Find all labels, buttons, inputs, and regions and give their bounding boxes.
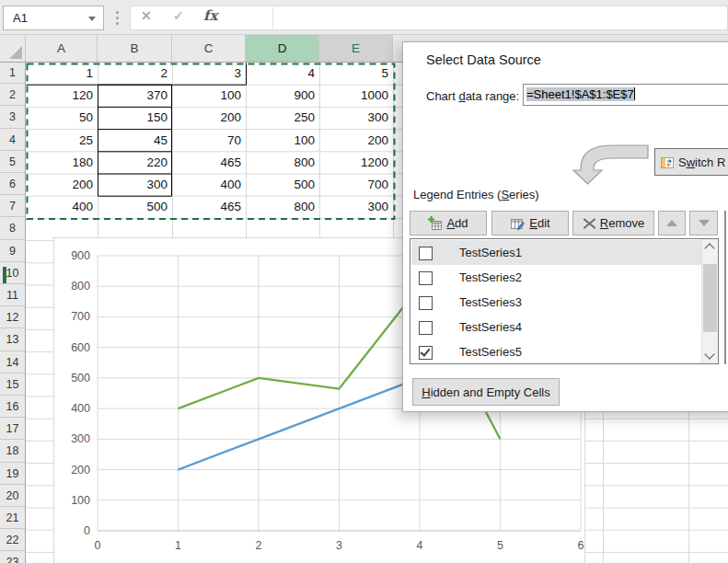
cell-D2[interactable]: 900	[246, 85, 319, 107]
cell-E5[interactable]: 1200	[319, 152, 393, 174]
cell-C4[interactable]: 70	[172, 130, 246, 152]
axis-tick-label: 4	[417, 539, 423, 552]
remove-icon	[583, 217, 596, 230]
switch-row-column-icon	[660, 155, 675, 169]
series-label: TestSeries5	[459, 339, 522, 364]
axis-tick-label: 400	[71, 402, 90, 415]
series-label: TestSeries4	[459, 315, 522, 339]
cell-C2[interactable]: 100	[172, 85, 246, 107]
series-list-item-TestSeries2[interactable]: TestSeries2	[411, 265, 703, 290]
cell-B3[interactable]: 150	[98, 107, 172, 129]
series-list-item-TestSeries1[interactable]: TestSeries1	[411, 240, 703, 265]
axis-tick-label: 200	[71, 464, 90, 477]
remove-button-label: Remove	[600, 216, 644, 230]
cell-A7[interactable]: 400	[26, 196, 98, 218]
cell-B7[interactable]: 500	[98, 196, 172, 218]
axis-tick-label: 2	[256, 539, 262, 552]
cell-D1[interactable]: 4	[246, 63, 319, 85]
up-arrow-icon	[666, 220, 677, 226]
axis-tick-label: 1	[175, 539, 181, 552]
text-caret	[634, 87, 635, 100]
row-indicator-mark	[3, 267, 6, 283]
cell-D3[interactable]: 250	[246, 107, 319, 129]
cell-A2[interactable]: 120	[26, 85, 98, 107]
cell-E7[interactable]: 300	[319, 196, 393, 218]
cell-A4[interactable]: 25	[26, 130, 98, 152]
series-checkbox-TestSeries2[interactable]	[419, 271, 433, 285]
axis-tick-label: 6	[578, 539, 584, 552]
series-list-item-TestSeries4[interactable]: TestSeries4	[411, 315, 703, 339]
edit-series-button[interactable]: Edit	[491, 211, 569, 236]
cell-E1[interactable]: 5	[319, 63, 393, 85]
cell-A6[interactable]: 200	[26, 174, 98, 196]
excel-window: A1 ✕ ✓ fx ABCDE 123456789101112131415161…	[0, 0, 728, 563]
down-arrow-icon	[699, 220, 710, 226]
cell-A1[interactable]: 1	[26, 63, 98, 85]
series-checkbox-TestSeries3[interactable]	[419, 296, 433, 310]
cell-C3[interactable]: 200	[172, 107, 246, 129]
series-label: TestSeries1	[459, 240, 522, 265]
series-label: TestSeries2	[459, 265, 522, 290]
scroll-up-button[interactable]	[702, 239, 718, 255]
series-list-item-TestSeries5[interactable]: TestSeries5	[411, 339, 703, 364]
axis-tick-label: 3	[336, 539, 342, 552]
cell-B1[interactable]: 2	[98, 63, 172, 85]
cell-C7[interactable]: 465	[172, 196, 246, 218]
cell-D7[interactable]: 800	[246, 196, 319, 218]
axis-tick-label: 700	[71, 310, 90, 323]
axis-tick-label: 100	[71, 494, 90, 507]
switch-row-column-label: Switch R	[678, 155, 725, 169]
legend-entries-label: Legend Entries (Series)	[413, 188, 539, 201]
chevron-up-icon	[704, 243, 714, 253]
add-icon	[428, 216, 443, 231]
cell-E2[interactable]: 1000	[319, 85, 393, 107]
axis-tick-label: 900	[71, 249, 90, 262]
axis-tick-label: 500	[71, 372, 90, 385]
move-series-up-button[interactable]	[658, 211, 686, 236]
axis-tick-label: 0	[84, 524, 90, 537]
select-data-source-dialog: Select Data Source Chart data range: =Sh…	[402, 41, 728, 412]
range-selected-text: =Sheet1!$A$1:$E$7	[526, 87, 634, 101]
series-checkbox-TestSeries5[interactable]	[419, 346, 433, 360]
scrollbar-thumb[interactable]	[703, 264, 717, 332]
cell-E6[interactable]: 700	[319, 174, 393, 196]
series-label: TestSeries3	[459, 290, 522, 315]
cell-E4[interactable]: 200	[319, 130, 393, 152]
edit-button-label: Edit	[529, 216, 549, 230]
cell-B6[interactable]: 300	[98, 174, 172, 196]
cell-C5[interactable]: 465	[172, 152, 246, 174]
cell-A3[interactable]: 50	[26, 107, 98, 129]
chart-data-range-input[interactable]: =Sheet1!$A$1:$E$7	[523, 84, 728, 106]
axis-tick-label: 300	[71, 432, 90, 445]
axis-tick-label: 0	[95, 539, 101, 552]
cell-D6[interactable]: 500	[246, 174, 319, 196]
axis-labels-section-edge	[724, 211, 726, 364]
dialog-title: Select Data Source	[426, 52, 541, 67]
series-list-item-TestSeries3[interactable]: TestSeries3	[411, 290, 703, 315]
move-series-down-button[interactable]	[689, 211, 718, 236]
switch-direction-arrow-icon	[569, 142, 653, 190]
cell-D4[interactable]: 100	[246, 130, 319, 152]
hidden-and-empty-cells-button[interactable]: Hidden and Empty Cells	[412, 378, 560, 406]
hidden-and-empty-cells-label: Hidden and Empty Cells	[422, 385, 549, 399]
cell-C6[interactable]: 400	[172, 174, 246, 196]
cell-C1[interactable]: 3	[172, 63, 246, 85]
scroll-down-button[interactable]	[702, 348, 718, 363]
axis-tick-label: 800	[71, 280, 90, 293]
add-button-label: Add	[446, 216, 468, 230]
switch-row-column-button[interactable]: Switch R	[654, 148, 728, 176]
cell-B4[interactable]: 45	[98, 130, 172, 152]
series-checkbox-TestSeries4[interactable]	[419, 321, 433, 335]
cell-E3[interactable]: 300	[319, 107, 393, 129]
cell-D5[interactable]: 800	[246, 152, 319, 174]
chart-data-range-label: Chart data range:	[426, 89, 519, 103]
chevron-down-icon	[704, 349, 714, 359]
cell-A5[interactable]: 180	[26, 152, 98, 174]
cell-B5[interactable]: 220	[98, 152, 172, 174]
cell-B2[interactable]: 370	[98, 85, 172, 107]
series-list-scrollbar[interactable]	[701, 239, 718, 363]
series-checkbox-TestSeries1[interactable]	[419, 247, 433, 260]
remove-series-button[interactable]: Remove	[572, 211, 654, 236]
axis-tick-label: 600	[71, 341, 90, 354]
add-series-button[interactable]: Add	[410, 211, 487, 236]
